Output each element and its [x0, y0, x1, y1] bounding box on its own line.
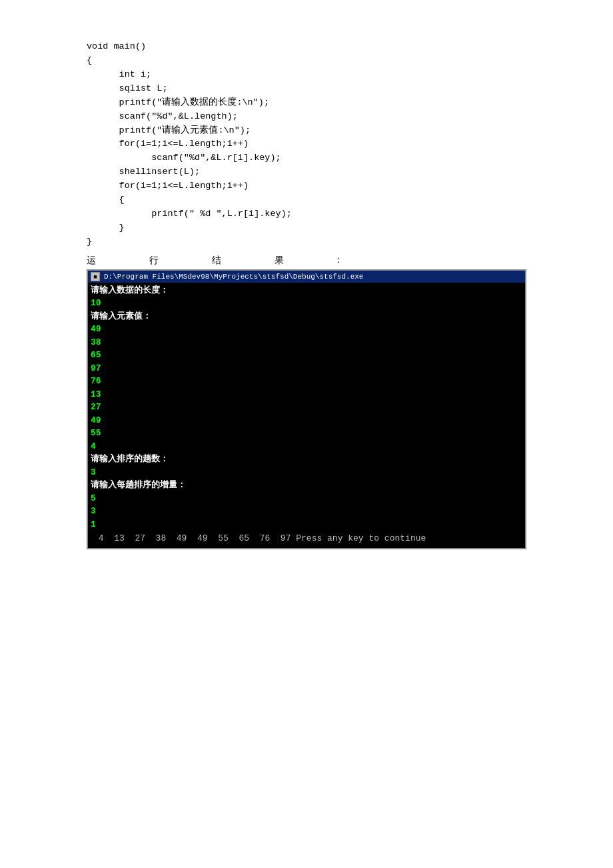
run-label-guo: 果 — [275, 255, 284, 267]
code-line-2: { — [87, 54, 613, 68]
run-label-jie: 结 — [212, 255, 221, 267]
code-section: void main() { int i; sqlist L; printf("请… — [0, 40, 613, 249]
terminal-line-val-97: 97 — [91, 362, 522, 375]
terminal-titlebar: ■ D:\Program Files\MSdev98\MyProjects\st… — [88, 271, 525, 283]
terminal-line-prompt-passes: 请输入排序的趟数： — [91, 453, 522, 466]
terminal-title: D:\Program Files\MSdev98\MyProjects\stsf… — [104, 273, 363, 281]
code-line-11: for(i=1;i<=L.length;i++) — [87, 179, 613, 193]
terminal-line-val-38: 38 — [91, 336, 522, 349]
terminal-line-val-55: 55 — [91, 427, 522, 440]
run-label-run: 运 — [87, 255, 96, 267]
code-line-12: { — [87, 193, 613, 207]
terminal-line-val-65: 65 — [91, 349, 522, 362]
code-line-1: void main() — [87, 40, 613, 54]
run-label-xing: 行 — [149, 255, 159, 267]
terminal-line-val-5: 5 — [91, 492, 522, 505]
run-result-label: 运 行 结 果 : — [0, 252, 613, 268]
page-container: void main() { int i; sqlist L; printf("请… — [0, 0, 613, 868]
code-line-4: sqlist L; — [87, 82, 613, 96]
terminal-line-val-13: 13 — [91, 388, 522, 401]
code-line-14: } — [87, 221, 613, 235]
terminal-last-line: 4 13 27 38 49 49 55 65 76 97 Press any k… — [91, 531, 522, 547]
terminal-line-val-1: 1 — [91, 518, 522, 531]
terminal-line-prompt-increment: 请输入每趟排序的增量： — [91, 479, 522, 492]
code-line-10: shellinsert(L); — [87, 165, 613, 179]
terminal-line-prompt-element: 请输入元素值： — [91, 310, 522, 323]
code-line-3: int i; — [87, 68, 613, 82]
code-line-15: } — [87, 235, 613, 249]
terminal-line-val-3b: 3 — [91, 505, 522, 518]
terminal-line-val-3: 3 — [91, 466, 522, 479]
terminal-line-val-27: 27 — [91, 401, 522, 414]
code-line-6: scanf("%d",&L.length); — [87, 110, 613, 124]
terminal-container: ■ D:\Program Files\MSdev98\MyProjects\st… — [87, 269, 526, 549]
run-label-colon: : — [337, 255, 340, 267]
code-line-5: printf("请输入数据的长度:\n"); — [87, 96, 613, 110]
terminal-icon: ■ — [91, 272, 100, 281]
terminal-line-val-49b: 49 — [91, 414, 522, 427]
terminal-line-prompt-length: 请输入数据的长度： — [91, 284, 522, 297]
terminal-line-val-4: 4 — [91, 440, 522, 453]
code-line-7: printf("请输入元素值:\n"); — [87, 124, 613, 138]
code-line-8: for(i=1;i<=L.length;i++) — [87, 137, 613, 151]
terminal-body: 请输入数据的长度： 10 请输入元素值： 49 38 65 97 76 13 2… — [88, 283, 525, 548]
terminal-line-value-10: 10 — [91, 297, 522, 310]
terminal-line-val-76: 76 — [91, 375, 522, 388]
code-line-9: scanf("%d",&L.r[i].key); — [87, 151, 613, 165]
terminal-line-val-49a: 49 — [91, 323, 522, 336]
code-line-13: printf(" %d ",L.r[i].key); — [87, 207, 613, 221]
